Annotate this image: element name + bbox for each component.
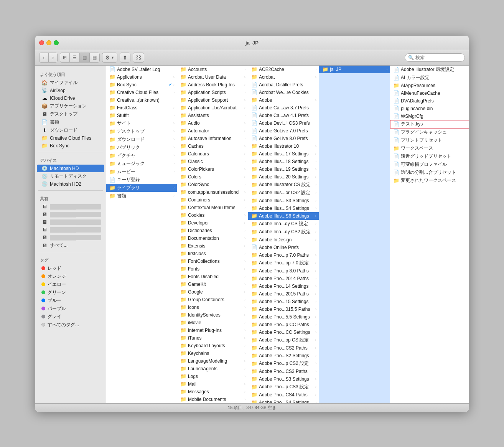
list-item[interactable]: 📁Group Containers› [177, 296, 248, 303]
list-item[interactable]: 📁Messages› [177, 388, 248, 396]
list-item[interactable]: 📁 Box Sync ✔ › [106, 81, 177, 89]
list-item[interactable]: 📁Adobe Pho...CS4 Paths› [248, 391, 319, 399]
list-item[interactable]: 📁 Creative Cloud Files › [106, 89, 177, 96]
list-item[interactable]: 📁Adobe InDesign› [248, 236, 319, 244]
list-item[interactable]: 📁Adobe Pho...p 8.0 Paths› [248, 267, 319, 275]
list-item[interactable]: 📄WSMgrCfg [390, 112, 469, 120]
sidebar-item-tag-yellow[interactable]: イエロー [37, 280, 104, 289]
list-item[interactable]: 📁Adobe Illus...S3 Settings› [248, 197, 319, 205]
close-button[interactable] [39, 40, 44, 45]
list-item[interactable]: 📁Adobe Ima...dy CS2 設定› [248, 228, 319, 236]
sidebar-item-docs[interactable]: 📄 書類 [37, 118, 104, 126]
list-item[interactable]: 📁変更されたワークスペース› [390, 176, 469, 185]
sidebar-item-tag-all[interactable]: すべてのタグ... [37, 321, 104, 329]
list-item[interactable]: 📄Adobe Ca...aw 4.1 Prefs [248, 112, 319, 119]
list-item-s6[interactable]: 📁Adobe Illus...S6 Settings› [248, 212, 319, 220]
list-item[interactable]: 📄透明の分割…合プリセット [390, 168, 469, 176]
list-item[interactable]: 📁Icons› [177, 303, 248, 311]
column-view-button[interactable]: ▥ [80, 53, 90, 62]
list-item[interactable]: 📁Google› [177, 288, 248, 296]
list-item-test-kys[interactable]: 📄 テスト.kys [390, 120, 469, 128]
list-item-jajp[interactable]: 📁 ja_JP › [319, 66, 390, 73]
sidebar-item-shared4[interactable]: 🖥 ████████ [37, 226, 104, 234]
list-item[interactable]: 📁Adobe Illus...or CS2 設定› [248, 189, 319, 197]
sidebar-item-myfiles[interactable]: 🏠 マイファイル [37, 79, 104, 87]
list-item[interactable]: 📄AIMenuFaceCache [390, 89, 469, 97]
list-item[interactable]: 📁Acrobat› [248, 73, 319, 81]
list-item[interactable]: 📁ColorPickers› [177, 165, 248, 173]
list-item[interactable]: 📄可変線幅プロファイル [390, 160, 469, 168]
list-item[interactable]: 📄遠近グリッドプリセット [390, 152, 469, 160]
list-item[interactable]: 📄Adobe Ca...aw 3.7 Prefs [248, 104, 319, 112]
list-item[interactable]: 📁Mail› [177, 380, 248, 388]
list-item[interactable]: 📁Adobe Pho...op CS 設定› [248, 336, 319, 344]
list-item[interactable]: 📁Fonts› [177, 265, 248, 273]
sidebar-item-tag-orange[interactable]: オレンジ [37, 272, 104, 280]
list-item[interactable]: 📁 Creative...(unknown) [106, 96, 177, 104]
sidebar-item-desktop[interactable]: 🖥 デスクトップ [37, 110, 104, 118]
sidebar-item-tag-red[interactable]: レッド [37, 264, 104, 272]
list-item[interactable]: 📁Adobe Pho...p CS2 設定› [248, 360, 319, 368]
list-item-library[interactable]: 📁 ライブラリ › [106, 184, 177, 192]
list-item[interactable]: 📁Keychains› [177, 350, 248, 357]
list-item[interactable]: 📁 デスクトップ › [106, 127, 177, 135]
sidebar-item-remote[interactable]: 💿 リモートディスク [37, 172, 104, 180]
list-item[interactable]: 📁Extensis› [177, 242, 248, 250]
list-item[interactable]: 📁firstclass› [177, 250, 248, 257]
cover-view-button[interactable]: ▦ [90, 53, 99, 62]
list-item[interactable]: 📁Adobe Illus...18 Settings› [248, 158, 319, 165]
sidebar-item-downloads[interactable]: ⬇ ダウンロード [37, 126, 104, 134]
list-item[interactable]: 📁 ダウンロード › [106, 135, 177, 144]
sidebar-item-tag-blue[interactable]: ブルー [37, 297, 104, 305]
list-item[interactable]: 📁Audio› [177, 119, 248, 127]
list-item[interactable]: 📁GameKit› [177, 280, 248, 288]
list-item[interactable]: 📁Adobe Pho...CS2 Paths› [248, 344, 319, 352]
list-item[interactable]: 📄プラグインキャッシュ [390, 128, 469, 136]
list-item[interactable]: 📄Adobe GoLive 7.0 Prefs [248, 127, 319, 135]
sidebar-item-boxsync[interactable]: 📁 Box Sync [37, 142, 104, 150]
list-item[interactable]: 📁Adobe Illus...20 Settings› [248, 173, 319, 181]
list-item[interactable]: 📁Caches› [177, 142, 248, 150]
list-item[interactable]: 📁Adobe Illus...S4 Settings› [248, 205, 319, 212]
list-item[interactable]: 📁 ピクチャ › [106, 152, 177, 160]
sidebar-item-shared5[interactable]: 🖥 ████████ [37, 234, 104, 241]
search-box[interactable]: 🔍 [405, 53, 465, 62]
arrange-button[interactable]: ⚙ ▼ [102, 53, 117, 63]
list-item[interactable]: 📁LaunchAgents› [177, 365, 248, 373]
list-item[interactable]: 📁Adobe Pho...CC Settings› [248, 328, 319, 336]
list-item[interactable]: 📄 ユーザ登録 [106, 176, 177, 184]
link-button[interactable]: ⛓ [133, 53, 144, 63]
list-item[interactable]: 📁Adobe Pho...S2 Settings› [248, 352, 319, 360]
list-item[interactable]: 📁Adobe Pho...op 7.0 設定› [248, 259, 319, 267]
list-item[interactable]: 📄plugincache.bin [390, 105, 469, 112]
list-item[interactable]: 📁Acrobat User Data› [177, 73, 248, 81]
list-item[interactable]: 📁Adobe Illustrator 10› [248, 142, 319, 150]
list-item[interactable]: 📁com.apple.nsurlsessiond› [177, 188, 248, 196]
back-button[interactable]: ‹ [40, 53, 49, 62]
list-item[interactable]: 📁Automator› [177, 127, 248, 135]
list-item[interactable]: 📁AIAppResources› [390, 82, 469, 89]
list-item[interactable]: 📁Adobe Ima...dy CS 設定› [248, 220, 319, 228]
list-item[interactable]: 📄DVADialogPrefs [390, 97, 469, 105]
icon-view-button[interactable]: ⊞ [60, 53, 70, 62]
share-button[interactable]: ⬆ [120, 53, 130, 63]
list-item[interactable]: 📄プリントプリセット [390, 136, 469, 144]
list-item[interactable]: 📁Calendars› [177, 150, 248, 158]
list-item[interactable]: 📁Adobe Pho...2014 Paths› [248, 275, 319, 282]
list-item[interactable]: 📁ワークスペース› [390, 144, 469, 152]
sidebar-item-tag-purple[interactable]: パープル [37, 305, 104, 313]
sidebar-item-machd[interactable]: 💿 Macintosh HD [37, 165, 104, 172]
list-item[interactable]: 📄Adobe GoLive 8.0 Prefs [248, 135, 319, 142]
sidebar-item-machd2[interactable]: 💿 Macintosh HD2 [37, 180, 104, 188]
list-item[interactable]: 📄Adobe Online Prefs [248, 244, 319, 251]
list-view-button[interactable]: ☰ [70, 53, 80, 62]
list-item[interactable]: 📁ColorSync› [177, 181, 248, 188]
list-item[interactable]: 📁Accounts› [177, 66, 248, 73]
list-item[interactable]: 📁Address Book Plug-Ins› [177, 81, 248, 89]
list-item[interactable]: 📄Adobe Illustrator 環境設定 [390, 66, 469, 74]
list-item[interactable]: 📁Keyboard Layouts› [177, 342, 248, 350]
list-item[interactable]: 📁Mobile Documents› [177, 396, 248, 403]
sidebar-item-creative[interactable]: 📁 Creative Cloud Files [37, 134, 104, 142]
list-item[interactable]: 📄Adobe Devi...l CS3 Prefs [248, 119, 319, 127]
list-item[interactable]: 📁FontCollections› [177, 257, 248, 265]
